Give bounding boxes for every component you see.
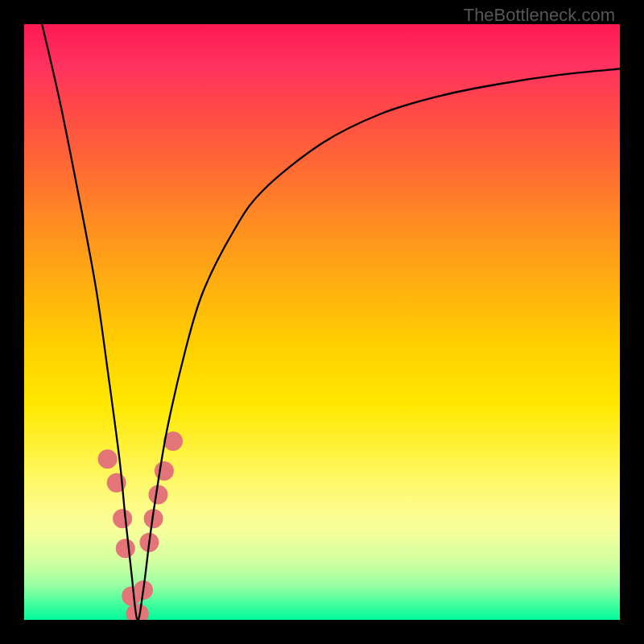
watermark-text: TheBottleneck.com <box>464 5 615 26</box>
chart-frame: TheBottleneck.com <box>0 0 644 644</box>
plot-area <box>24 24 620 620</box>
sample-marker <box>98 449 118 469</box>
sample-marker <box>155 461 174 481</box>
sample-marker <box>113 509 132 528</box>
sample-marker <box>149 485 168 505</box>
marker-layer <box>98 431 183 620</box>
bottleneck-curve <box>42 24 620 620</box>
sample-marker <box>116 539 135 558</box>
chart-svg <box>24 24 620 620</box>
